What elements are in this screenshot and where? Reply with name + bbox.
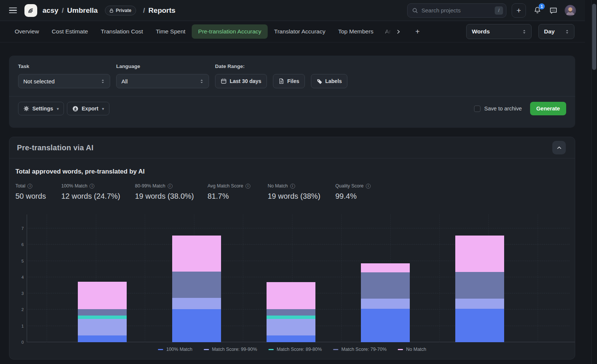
create-project-button[interactable]: + bbox=[512, 3, 526, 18]
select-arrows-icon bbox=[199, 79, 204, 84]
bar-segment-bar-3-match-score-79-70 bbox=[267, 309, 315, 316]
bar-segment-bar-4-100-match bbox=[361, 309, 410, 342]
gear-icon bbox=[23, 106, 29, 112]
select-arrows-icon bbox=[100, 79, 105, 84]
export-button-label: Export bbox=[82, 106, 98, 112]
tabs-scroll-right-button[interactable] bbox=[392, 26, 405, 38]
legend-label: 100% Match bbox=[166, 347, 192, 352]
legend-item-match-score-89-80[interactable]: Match Score: 89-80% bbox=[268, 347, 322, 352]
bar-segment-bar-2-match-score-99-90 bbox=[172, 298, 221, 309]
chart-legend: 100% MatchMatch Score: 99-90%Match Score… bbox=[9, 347, 575, 352]
breadcrumb-org[interactable]: acsy bbox=[42, 6, 58, 15]
bar-segment-bar-5-match-score-99-90 bbox=[455, 299, 504, 309]
stat-avg-match-score: Avg Match Scorei81.7% bbox=[208, 183, 268, 201]
bar-segment-bar-1-match-score-99-90 bbox=[78, 319, 127, 335]
notifications-button[interactable]: 1 bbox=[533, 6, 542, 15]
bar-segment-bar-4-no-match bbox=[361, 263, 410, 272]
legend-item-match-score-99-90[interactable]: Match Score: 99-90% bbox=[204, 347, 257, 352]
add-report-tab-button[interactable]: + bbox=[412, 24, 424, 39]
gridline-x bbox=[145, 214, 145, 342]
bar-segment-bar-5-100-match bbox=[455, 309, 504, 342]
breadcrumb-project[interactable]: Umbrella bbox=[67, 6, 98, 15]
info-icon[interactable]: i bbox=[290, 184, 295, 189]
generate-button[interactable]: Generate bbox=[530, 102, 566, 115]
info-icon[interactable]: i bbox=[27, 184, 32, 189]
app-logo[interactable] bbox=[24, 4, 37, 17]
gridline-y-7 bbox=[27, 228, 570, 228]
legend-item-match-score-79-70[interactable]: Match Score: 79-70% bbox=[333, 347, 386, 352]
select-arrows-icon bbox=[522, 29, 527, 35]
unit-select[interactable]: Words bbox=[466, 24, 532, 39]
y-tick-label: 1 bbox=[13, 324, 24, 328]
period-select[interactable]: Day bbox=[538, 24, 574, 39]
bar-segment-bar-5-no-match bbox=[455, 236, 504, 272]
stat-value: 50 words bbox=[15, 192, 61, 201]
y-tick-label: 5 bbox=[13, 259, 24, 263]
y-tick-label: 0 bbox=[13, 340, 24, 344]
tab-translator-accuracy[interactable]: Translator Accuracy bbox=[268, 24, 332, 39]
bar-segment-bar-1-100-match bbox=[78, 335, 127, 342]
legend-dash-icon bbox=[333, 349, 338, 350]
save-to-archive-checkbox[interactable] bbox=[474, 106, 480, 112]
save-to-archive-control: Save to archive bbox=[474, 106, 522, 112]
info-icon[interactable]: i bbox=[366, 184, 371, 189]
date-range-button[interactable]: Last 30 days bbox=[215, 74, 267, 88]
page-scrollbar-track[interactable] bbox=[591, 0, 597, 364]
select-arrows-icon bbox=[565, 29, 570, 35]
hamburger-menu-icon[interactable] bbox=[9, 8, 17, 13]
search-shortcut-key: / bbox=[495, 6, 503, 15]
search-icon bbox=[412, 8, 418, 14]
stats-row: Totali50 words100% Matchi12 words (24.7%… bbox=[15, 183, 569, 201]
y-tick-label: 3 bbox=[13, 291, 24, 296]
files-filter-label: Files bbox=[287, 78, 299, 84]
search-input[interactable]: Search projects / bbox=[407, 3, 506, 18]
stat-value: 12 words (24.7%) bbox=[61, 192, 135, 201]
report-filters-card: Task Not selected Language All Date Rang… bbox=[9, 56, 575, 128]
export-button[interactable]: Export ▾ bbox=[67, 102, 109, 115]
panel-title: Pre-translation via AI bbox=[17, 143, 94, 152]
info-icon[interactable]: i bbox=[245, 184, 250, 189]
avatar[interactable] bbox=[565, 5, 576, 16]
bar-segment-bar-3-match-score-99-90 bbox=[267, 319, 315, 335]
tab-translation-cost[interactable]: Translation Cost bbox=[94, 24, 149, 39]
bar-segment-bar-3-match-score-89-80 bbox=[267, 316, 315, 319]
collapse-panel-button[interactable] bbox=[552, 141, 566, 154]
page-scrollbar-thumb[interactable] bbox=[592, 4, 596, 70]
settings-button[interactable]: Settings ▾ bbox=[18, 102, 64, 115]
task-filter-label: Task bbox=[18, 63, 110, 69]
gridline-x bbox=[439, 214, 440, 342]
search-placeholder: Search projects bbox=[421, 7, 495, 14]
task-filter-select[interactable]: Not selected bbox=[18, 74, 110, 88]
calendar-icon bbox=[221, 78, 227, 84]
y-tick-label: 7 bbox=[13, 226, 24, 231]
labels-filter-button[interactable]: Labels bbox=[311, 74, 347, 88]
breadcrumb-separator: / bbox=[62, 6, 64, 15]
tab-time-spent[interactable]: Time Spent bbox=[149, 24, 192, 39]
caret-down-icon: ▾ bbox=[102, 107, 104, 111]
date-range-value: Last 30 days bbox=[230, 78, 261, 84]
save-to-archive-label: Save to archive bbox=[484, 106, 522, 112]
stat-value: 19 words (38%) bbox=[268, 192, 335, 201]
bar-segment-bar-2-no-match bbox=[172, 236, 221, 272]
bar-segment-bar-5-match-score-79-70 bbox=[455, 272, 504, 299]
language-filter-select[interactable]: All bbox=[116, 74, 209, 88]
download-icon bbox=[72, 106, 79, 112]
messages-button[interactable] bbox=[549, 6, 558, 15]
legend-item-100-match[interactable]: 100% Match bbox=[158, 347, 192, 352]
tab-pre-translation-accuracy[interactable]: Pre-translation Accuracy bbox=[192, 24, 268, 39]
stat-label: Total bbox=[15, 183, 25, 189]
tab-truncated[interactable]: Ar bbox=[380, 24, 392, 39]
report-tabs: OverviewCost EstimateTranslation CostTim… bbox=[0, 21, 585, 42]
tab-overview[interactable]: Overview bbox=[8, 24, 45, 39]
gridline-x bbox=[243, 214, 243, 342]
breadcrumb: acsy / Umbrella Private / Reports bbox=[42, 6, 176, 15]
gridline-x bbox=[538, 214, 538, 342]
legend-item-no-match[interactable]: No Match bbox=[398, 347, 426, 352]
settings-button-label: Settings bbox=[32, 106, 53, 112]
tab-cost-estimate[interactable]: Cost Estimate bbox=[45, 24, 94, 39]
tab-top-members[interactable]: Top Members bbox=[332, 24, 380, 39]
info-icon[interactable]: i bbox=[168, 184, 173, 189]
info-icon[interactable]: i bbox=[89, 184, 94, 189]
files-filter-button[interactable]: Files bbox=[273, 74, 305, 88]
chat-icon bbox=[549, 6, 558, 15]
